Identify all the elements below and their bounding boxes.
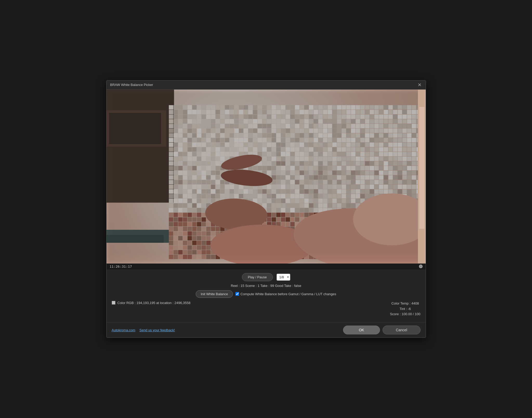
color-swatch	[112, 301, 115, 305]
fraction-select[interactable]: 1/8 1/4 1/2 1/1	[277, 274, 290, 281]
close-button[interactable]: ✕	[417, 83, 422, 87]
wb-controls-row: Init White Balance Compute White Balance…	[112, 290, 421, 298]
feedback-link[interactable]: Send us your feedback!	[140, 328, 175, 332]
playback-controls-row: Play / Pause 1/8 1/4 1/2 1/1	[112, 273, 421, 281]
playhead-indicator	[419, 265, 423, 268]
ok-button[interactable]: OK	[343, 326, 380, 334]
clip-info-row: Reel : 15 Scene : 1 Take : 99 Good Take …	[112, 284, 421, 288]
timecode-bar: 11:26:31:17	[107, 264, 426, 269]
footer-buttons: OK Cancel	[343, 326, 421, 334]
autokroma-link[interactable]: Autokroma.com	[112, 328, 135, 332]
color-stats: Color Temp : 4408 Tint : -6 Score : 100.…	[390, 301, 420, 317]
compute-wb-label[interactable]: Compute White Balance before Gamut / Gam…	[235, 292, 336, 296]
braw-wb-picker-dialog: BRAW White Balance Picker ✕ 11:26:31:17 …	[106, 80, 426, 338]
video-canvas	[107, 90, 426, 264]
compute-wb-checkbox[interactable]	[235, 292, 239, 296]
cancel-button[interactable]: Cancel	[383, 326, 421, 334]
color-info-section: Color RGB : 194,193,195 at location : 24…	[112, 301, 421, 317]
tint-text: Tint : -6	[390, 306, 420, 312]
color-temp-text: Color Temp : 4408	[390, 301, 420, 306]
compute-wb-text: Compute White Balance before Gamut / Gam…	[240, 292, 336, 296]
footer-bar: Autokroma.com Send us your feedback! OK …	[107, 322, 426, 338]
controls-area: Play / Pause 1/8 1/4 1/2 1/1 Reel : 15 S…	[107, 269, 426, 322]
color-rgb-text: Color RGB : 194,193,195 at location : 24…	[117, 301, 191, 305]
video-area[interactable]	[107, 90, 426, 264]
timecode-display: 11:26:31:17	[110, 265, 132, 268]
title-bar: BRAW White Balance Picker ✕	[107, 80, 426, 90]
dialog-title: BRAW White Balance Picker	[110, 83, 153, 87]
fraction-select-wrapper: 1/8 1/4 1/2 1/1	[277, 274, 290, 281]
clip-info-text: Reel : 15 Scene : 1 Take : 99 Good Take …	[231, 284, 301, 288]
init-white-balance-button[interactable]: Init White Balance	[196, 290, 233, 298]
score-text: Score : 100.00 / 100	[390, 312, 420, 317]
color-rgb-display: Color RGB : 194,193,195 at location : 24…	[112, 301, 191, 305]
footer-links: Autokroma.com Send us your feedback!	[112, 328, 175, 332]
play-pause-button[interactable]: Play / Pause	[242, 273, 273, 281]
